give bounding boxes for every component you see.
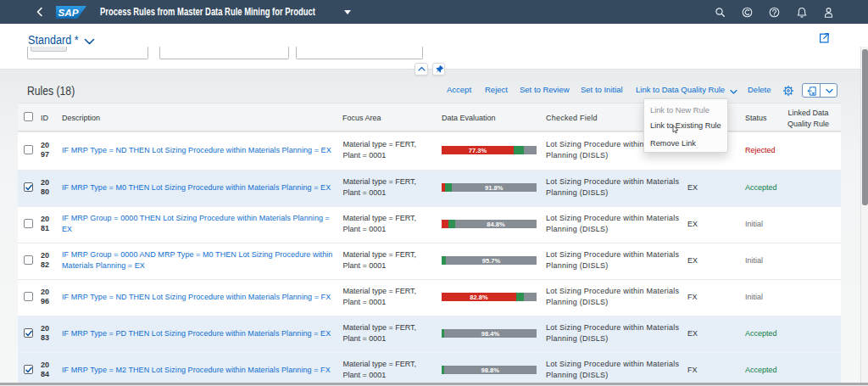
svg-text:SAP: SAP: [58, 8, 79, 18]
